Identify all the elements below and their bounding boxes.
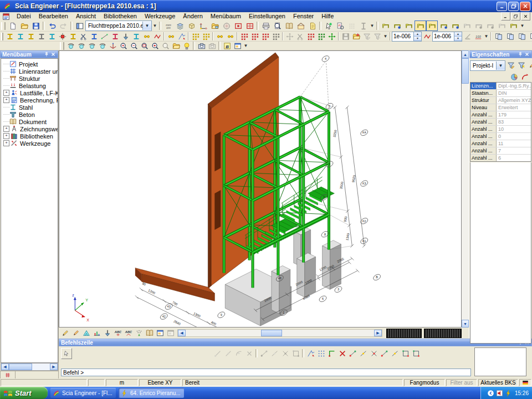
window-split-icon[interactable] [74,21,85,31]
rotate-view-3-icon[interactable] [86,40,97,51]
restore-button[interactable] [508,2,519,11]
property-row[interactable]: NiveauErweitert [470,104,531,111]
select-grid-icon[interactable] [346,21,357,31]
mdi-minimize-button[interactable] [501,12,510,21]
animation-box-2[interactable] [424,329,462,338]
member-view-10-icon[interactable] [484,21,496,31]
status-filter[interactable]: Filter aus [446,379,477,386]
render-dots-icon[interactable] [134,328,144,339]
axonometry-icon[interactable] [108,40,118,51]
spin-down-icon[interactable]: ▼ [414,37,421,41]
pin-icon[interactable] [518,52,523,57]
member-view-4-icon[interactable] [415,21,426,31]
save-view-icon[interactable] [340,31,351,42]
mdi-close-button[interactable] [521,12,530,21]
grid-red-2-icon[interactable] [249,31,260,42]
picture-folder-icon[interactable] [209,21,221,31]
property-row[interactable]: Anzahl ...11 [470,140,531,147]
units-icon[interactable]: mmcm [162,21,174,31]
member-view-12-icon[interactable] [508,21,519,31]
light-icon[interactable] [181,40,192,51]
levels-tool-icon[interactable] [91,328,102,339]
snap-node-1-icon[interactable] [259,348,269,359]
minimize-button[interactable] [497,2,507,11]
menu-bibliotheken[interactable]: Bibliotheken [100,12,141,21]
property-row[interactable]: Anzahl ...179 [470,111,531,119]
support-view-icon[interactable] [102,328,112,339]
pie-chart-icon[interactable] [509,72,519,83]
viewport-canvas[interactable]: 3250 3500 930 1340 9020 2000 2000 2050 6… [59,51,461,327]
tree-hscrollbar[interactable]: ◀ ▶ [1,363,58,371]
mesh-icon[interactable] [221,21,232,31]
menu-bearbeiten[interactable]: Bearbeiten [35,12,72,21]
select-beam-icon[interactable] [357,21,369,31]
snap-box-2-icon[interactable] [411,348,421,359]
beam-tool-5-icon[interactable] [47,31,57,42]
status-bks[interactable]: Aktuelles BKS [478,379,518,386]
member-view-1-icon[interactable] [380,21,391,31]
select-arrow-icon[interactable] [323,21,334,31]
property-row[interactable]: Anzahl ...0 [470,133,531,140]
snap-delete-icon[interactable] [337,348,347,359]
document-icon[interactable] [1,12,11,21]
weld-icon[interactable] [422,31,432,42]
property-row[interactable]: Staatsn...DIN [470,90,531,97]
member-view-11-icon[interactable] [496,21,508,31]
tree-item-werkzeuge[interactable]: +Werkzeuge [1,140,58,147]
combo-dropdown-icon[interactable]: ▼ [142,22,151,30]
taskbar-clock[interactable]: 15:26 [515,390,529,396]
zoom-all-icon[interactable] [150,40,160,51]
scroll-thumb[interactable] [261,330,282,336]
member-view-9-icon[interactable] [473,21,484,31]
menu-werkzeuge[interactable]: Werkzeuge [141,12,179,21]
rotate-view-2-icon[interactable] [76,40,86,51]
clipboard-pen-2-icon[interactable] [70,328,81,339]
expand-icon[interactable]: + [3,133,9,139]
tree-item-linienraster[interactable]: Linienraster und G [1,68,58,75]
snap-node-3-icon[interactable] [280,348,290,359]
copy-1-icon[interactable] [493,31,504,42]
pick-cursor-button[interactable] [61,348,72,359]
property-row[interactable]: Lizenzn...Dipl.-Ing.S.Ry... [470,83,531,90]
open-view-icon[interactable] [171,40,181,51]
tree-item-belastung[interactable]: Belastung [1,82,58,89]
scroll-down-icon[interactable]: ▼ [462,320,469,328]
zoom-previous-icon[interactable] [160,40,171,51]
mdi-restore-button[interactable] [511,12,520,21]
property-row[interactable]: StrukturAllgemein XYZ [470,97,531,104]
snap-grid-icon[interactable] [316,348,326,359]
action-arrow-icon[interactable] [519,72,530,83]
menu-datei[interactable]: Datei [13,12,35,21]
spin-up-icon[interactable]: ▲ [414,32,421,37]
tree-item-projekt[interactable]: Projekt [1,60,58,68]
rotate-view-1-icon[interactable] [65,40,76,51]
toolbar-overflow-icon[interactable]: ▼ [152,21,158,30]
property-row[interactable]: Anzahl ...6 [470,155,531,161]
menu-aendern[interactable]: Ändern [179,12,206,21]
taskbar-task-winamp[interactable]: 64. Enrico Pieranu... [119,388,184,398]
gallery-icon[interactable] [295,21,306,31]
rotate-view-4-icon[interactable] [97,40,108,51]
filter-overflow-icon[interactable]: ▼ [382,32,388,41]
scroll-thumb[interactable] [462,58,469,84]
frame-grid-icon[interactable] [244,21,255,31]
menu-fenster[interactable]: Fenster [289,12,318,21]
property-row[interactable]: Anzahl ...10 [470,126,531,133]
snap-endpoint-icon[interactable] [347,348,358,359]
grid-gray-icon[interactable] [270,31,281,42]
menu-hilfe[interactable]: Hilfe [318,12,337,21]
filter-flash-icon[interactable] [516,60,526,71]
modify-1-icon[interactable] [284,31,295,42]
status-unit[interactable]: m [106,379,138,386]
new-icon[interactable] [7,21,18,31]
taskbar-task-scia[interactable]: Scia Engineer - [Fl... [50,388,116,398]
snap-intersection-icon[interactable] [369,348,379,359]
scale-ratio-icon[interactable]: 1/10 [473,31,483,42]
command-history[interactable] [474,347,526,376]
window-colored-icon[interactable] [155,328,165,339]
tree-item-beton[interactable]: Beton [1,111,58,118]
tree-item-berechnung[interactable]: +Berechnung, FE-N [1,96,58,104]
precision-overflow-icon[interactable]: ▼ [483,32,489,41]
triangle-tool-icon[interactable] [81,328,91,339]
scroll-thumb[interactable] [9,364,32,370]
